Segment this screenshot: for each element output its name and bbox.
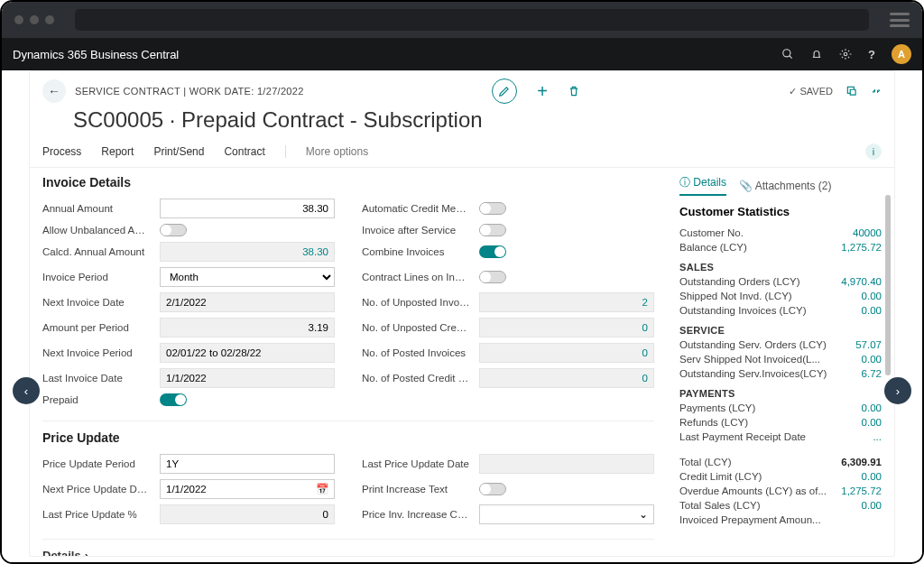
calendar-icon[interactable]: 📅 — [316, 483, 328, 495]
back-button[interactable]: ← — [42, 79, 66, 103]
app-name: Dynamics 365 Business Central — [13, 48, 179, 61]
calcd-annual-value[interactable]: 38.30 — [160, 242, 335, 262]
print-increase-label: Print Increase Text — [362, 484, 470, 495]
next-invoice-period-value: 02/01/22 to 02/28/22 — [160, 343, 335, 363]
svg-point-2 — [844, 52, 847, 56]
last-price-pct-label: Last Price Update % — [42, 509, 151, 520]
window-dot — [14, 15, 23, 24]
factbox-title: Customer Statistics — [679, 205, 882, 218]
invoice-period-label: Invoice Period — [42, 272, 151, 282]
combine-invoices-label: Combine Invoices — [362, 246, 470, 257]
factbox-scrollbar[interactable] — [885, 195, 891, 375]
unposted-credit-value[interactable]: 0 — [479, 318, 654, 337]
sales-heading: SALES — [679, 262, 882, 273]
print-increase-toggle[interactable] — [479, 483, 506, 495]
posted-credit-label: No. of Posted Credit Me... — [362, 373, 470, 384]
contract-lines-label: Contract Lines on Invoice — [362, 272, 470, 282]
combine-invoices-toggle[interactable] — [479, 245, 506, 258]
price-period-input[interactable]: 1Y — [160, 454, 335, 474]
balance-value[interactable]: 1,275.72 — [841, 242, 882, 253]
amount-per-period-label: Amount per Period — [42, 322, 151, 333]
price-inv-code-label: Price Inv. Increase Code — [362, 509, 470, 520]
prev-record-button[interactable]: ‹ — [13, 377, 40, 404]
unposted-credit-label: No. of Unposted Credit ... — [362, 322, 470, 333]
balance-label: Balance (LCY) — [679, 242, 747, 253]
url-bar[interactable] — [75, 9, 869, 31]
section-price-update: Price Update — [42, 430, 654, 445]
annual-amount-input[interactable]: 38.30 — [160, 199, 335, 218]
posted-invoices-label: No. of Posted Invoices — [362, 347, 470, 358]
prepaid-label: Prepaid — [42, 394, 151, 405]
next-invoice-date-value: 2/1/2022 — [160, 292, 335, 312]
customer-no-value[interactable]: 40000 — [853, 227, 882, 238]
invoice-period-select[interactable]: Month — [160, 267, 335, 287]
search-icon[interactable] — [781, 48, 794, 60]
action-tabs: Process Report Print/Send Contract More … — [30, 138, 894, 168]
contract-lines-toggle[interactable] — [479, 271, 506, 283]
breadcrumb: SERVICE CONTRACT | WORK DATE: 1/27/2022 — [75, 86, 304, 97]
tab-process[interactable]: Process — [42, 145, 81, 158]
tab-contract[interactable]: Contract — [224, 145, 264, 158]
last-price-date-value — [479, 454, 654, 474]
price-period-label: Price Update Period — [42, 458, 151, 469]
chevron-right-icon: › — [85, 549, 88, 556]
unposted-invoices-label: No. of Unposted Invoices — [362, 297, 470, 308]
auto-credit-memos-toggle[interactable] — [479, 202, 506, 215]
edit-icon[interactable] — [492, 79, 517, 104]
svg-point-0 — [783, 50, 790, 57]
payments-heading: PAYMENTS — [679, 388, 882, 399]
price-inv-code-select[interactable]: ⌄ — [479, 504, 654, 524]
page-title: SC00005 · Prepaid Contract - Subscriptio… — [73, 107, 882, 133]
app-topbar: Dynamics 365 Business Central ? A — [2, 38, 922, 70]
allow-unbalanced-label: Allow Unbalanced Amou... — [42, 225, 151, 236]
invoice-after-service-toggle[interactable] — [479, 224, 506, 236]
next-invoice-date-label: Next Invoice Date — [42, 297, 151, 308]
section-invoice-details: Invoice Details — [42, 175, 654, 190]
last-invoice-date-label: Last Invoice Date — [42, 373, 151, 384]
attachment-icon: 📎 — [739, 180, 753, 192]
delete-icon[interactable] — [568, 85, 580, 97]
next-invoice-period-label: Next Invoice Period — [42, 347, 151, 358]
add-icon[interactable]: + — [537, 81, 548, 102]
browser-titlebar — [2, 2, 922, 38]
calcd-annual-label: Calcd. Annual Amount — [42, 246, 151, 257]
section-details-collapsed[interactable]: Details› — [42, 549, 654, 556]
factbox-tab-details[interactable]: ⓘ Details — [679, 175, 726, 196]
bell-icon[interactable] — [810, 48, 823, 60]
posted-invoices-value[interactable]: 0 — [479, 343, 654, 363]
unposted-invoices-value[interactable]: 2 — [479, 292, 654, 312]
last-price-pct-value: 0 — [160, 504, 335, 524]
service-heading: SERVICE — [679, 325, 882, 336]
next-price-date-input[interactable]: 1/1/2022📅 — [160, 479, 335, 499]
auto-credit-memos-label: Automatic Credit Memos — [362, 203, 470, 214]
saved-indicator: ✓ SAVED — [789, 86, 833, 97]
invoice-after-service-label: Invoice after Service — [362, 225, 470, 236]
gear-icon[interactable] — [839, 48, 852, 60]
tab-more-options[interactable]: More options — [306, 145, 368, 158]
posted-credit-value[interactable]: 0 — [479, 368, 654, 388]
annual-amount-label: Annual Amount — [42, 203, 151, 214]
svg-line-1 — [790, 56, 792, 59]
next-price-date-label: Next Price Update Date — [42, 484, 151, 495]
factbox-tab-attachments[interactable]: 📎 Attachments (2) — [739, 180, 831, 192]
help-icon[interactable]: ? — [868, 48, 875, 61]
allow-unbalanced-toggle[interactable] — [160, 224, 187, 236]
user-avatar[interactable]: A — [892, 44, 911, 64]
customer-no-label: Customer No. — [679, 227, 744, 238]
chevron-down-icon: ⌄ — [639, 508, 648, 521]
open-new-icon[interactable] — [845, 85, 858, 97]
info-icon[interactable]: i — [865, 143, 882, 160]
amount-per-period-value: 3.19 — [160, 318, 335, 337]
window-dot — [45, 15, 54, 24]
tab-report[interactable]: Report — [101, 145, 134, 158]
prepaid-toggle[interactable] — [160, 393, 187, 406]
last-invoice-date-value: 1/1/2022 — [160, 368, 335, 388]
collapse-icon[interactable] — [871, 86, 882, 97]
tab-printsend[interactable]: Print/Send — [153, 145, 204, 158]
hamburger-icon[interactable] — [890, 13, 910, 27]
last-price-date-label: Last Price Update Date — [362, 458, 470, 469]
window-dot — [30, 15, 39, 24]
